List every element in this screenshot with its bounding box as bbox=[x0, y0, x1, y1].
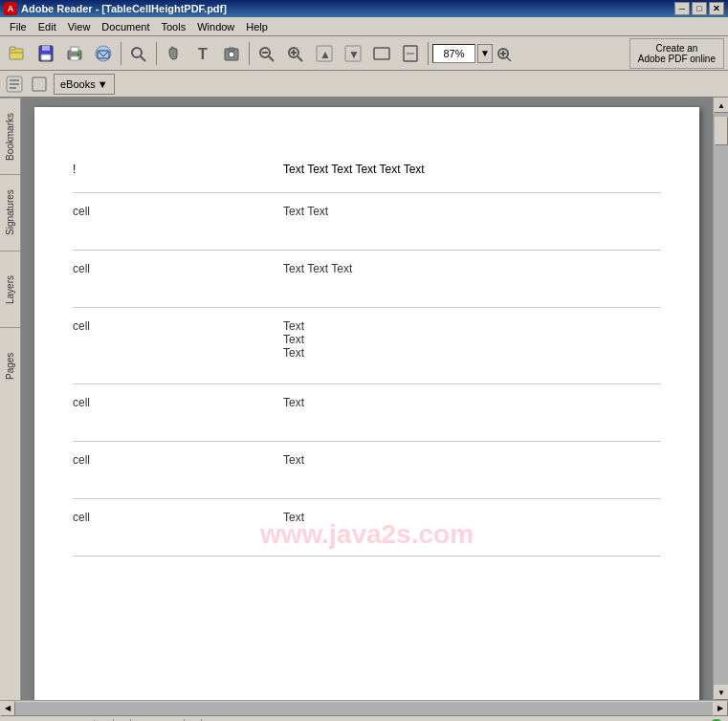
scroll-up-button[interactable]: ▲ bbox=[714, 98, 728, 113]
create-pdf-button[interactable]: Create an Adobe PDF online bbox=[629, 38, 724, 69]
zoom-in-button[interactable] bbox=[282, 40, 309, 67]
cell-right-2: Text Text Text bbox=[264, 258, 661, 275]
email-button[interactable] bbox=[90, 40, 117, 67]
scroll-track[interactable] bbox=[714, 113, 728, 685]
close-button[interactable]: ✕ bbox=[709, 2, 724, 15]
menu-help[interactable]: Help bbox=[240, 19, 274, 34]
horizontal-scrollbar: ◀ ▶ bbox=[0, 700, 728, 715]
svg-rect-37 bbox=[10, 83, 19, 85]
menu-document[interactable]: Document bbox=[96, 19, 155, 34]
svg-rect-6 bbox=[71, 47, 78, 52]
window-title: Adobe Reader - [TableCellHeightPDF.pdf] bbox=[21, 3, 227, 14]
svg-rect-1 bbox=[10, 47, 15, 50]
toolbar2-btn2[interactable] bbox=[29, 74, 50, 95]
maximize-button[interactable]: □ bbox=[692, 2, 707, 15]
next-page-button[interactable]: ▼ bbox=[340, 40, 366, 67]
menu-edit[interactable]: Edit bbox=[33, 19, 62, 34]
snapshot-tool[interactable] bbox=[218, 40, 245, 67]
search-button[interactable] bbox=[125, 40, 152, 67]
toolbar2-btn1[interactable] bbox=[4, 74, 25, 95]
table-row: cell Text bbox=[73, 499, 661, 557]
title-bar: A Adobe Reader - [TableCellHeightPDF.pdf… bbox=[0, 0, 728, 17]
table-row: cell Text bbox=[73, 442, 661, 499]
svg-point-8 bbox=[77, 53, 80, 55]
vertical-scrollbar: ▲ ▼ bbox=[713, 98, 728, 700]
separator4 bbox=[428, 42, 429, 65]
cell-right-1: Text Text bbox=[264, 201, 661, 218]
sidebar-tab-bookmarks[interactable]: Bookmarks bbox=[0, 98, 20, 174]
menu-file[interactable]: File bbox=[4, 19, 33, 34]
svg-rect-39 bbox=[33, 77, 46, 91]
cell-right-6: Text bbox=[264, 507, 661, 524]
table-row: cell Text Text Text bbox=[73, 251, 661, 308]
sidebar-tab-signatures[interactable]: Signatures bbox=[0, 174, 20, 251]
svg-line-34 bbox=[507, 57, 511, 61]
save-button[interactable] bbox=[33, 40, 59, 67]
zoom-plus-button[interactable] bbox=[495, 44, 514, 63]
pdf-page: www.java2s.com ! Text Text Text Text Tex… bbox=[34, 107, 699, 700]
svg-point-15 bbox=[229, 52, 234, 57]
actual-size-button[interactable] bbox=[368, 40, 395, 67]
svg-rect-3 bbox=[42, 46, 50, 51]
svg-rect-0 bbox=[10, 49, 23, 59]
main-toolbar: T ▲ ▼ ▼ Create an Adobe PDF online bbox=[0, 36, 728, 71]
cell-right-3: Text Text Text bbox=[264, 316, 661, 360]
create-pdf-line1: Create an bbox=[655, 43, 697, 54]
minimize-button[interactable]: ─ bbox=[674, 2, 690, 15]
table-row: cell Text Text bbox=[73, 193, 661, 251]
zoom-input[interactable] bbox=[432, 44, 475, 63]
cell-left-6: cell bbox=[73, 507, 264, 524]
menu-view[interactable]: View bbox=[62, 19, 97, 34]
print-button[interactable] bbox=[61, 40, 88, 67]
hscroll-track[interactable] bbox=[15, 702, 713, 715]
secondary-toolbar: eBooks ▼ bbox=[0, 71, 728, 98]
cell-left-4: cell bbox=[73, 392, 264, 409]
zoom-out-button[interactable] bbox=[254, 40, 280, 67]
scroll-down-button[interactable]: ▼ bbox=[714, 685, 728, 700]
sidebar-tabs: Bookmarks Signatures Layers Pages bbox=[0, 98, 21, 700]
table-row: cell Text bbox=[73, 384, 661, 442]
cell-left-5: cell bbox=[73, 449, 264, 467]
prev-page-button[interactable]: ▲ bbox=[311, 40, 338, 67]
svg-rect-36 bbox=[10, 79, 19, 81]
svg-rect-4 bbox=[41, 55, 51, 60]
menu-window[interactable]: Window bbox=[191, 19, 240, 34]
pdf-table: ! Text Text Text Text Text Text cell Tex… bbox=[73, 145, 661, 557]
main-area: Bookmarks Signatures Layers Pages www.ja… bbox=[0, 98, 728, 700]
header-cell-right: Text Text Text Text Text Text bbox=[264, 163, 661, 176]
fit-page-button[interactable] bbox=[397, 40, 424, 67]
create-pdf-line2: Adobe PDF online bbox=[638, 54, 716, 64]
zoom-dropdown-btn[interactable]: ▼ bbox=[477, 44, 493, 63]
hand-tool[interactable] bbox=[161, 40, 188, 67]
scroll-left-button[interactable]: ◀ bbox=[0, 701, 15, 716]
pdf-scroll-area[interactable]: www.java2s.com ! Text Text Text Text Tex… bbox=[21, 98, 713, 700]
svg-rect-16 bbox=[229, 48, 234, 51]
table-row: cell Text Text Text bbox=[73, 308, 661, 384]
svg-rect-7 bbox=[71, 56, 78, 60]
scroll-thumb[interactable] bbox=[715, 117, 728, 145]
svg-rect-28 bbox=[374, 48, 389, 59]
sidebar-tab-pages[interactable]: Pages bbox=[0, 327, 20, 404]
menu-tools[interactable]: Tools bbox=[156, 19, 192, 34]
svg-line-23 bbox=[298, 56, 302, 61]
svg-text:T: T bbox=[198, 46, 208, 62]
separator2 bbox=[156, 42, 157, 65]
ebooks-label: eBooks bbox=[60, 78, 96, 90]
separator1 bbox=[121, 42, 121, 65]
sidebar-tab-layers[interactable]: Layers bbox=[0, 251, 20, 327]
svg-line-12 bbox=[141, 56, 145, 61]
table-header-row: ! Text Text Text Text Text Text bbox=[73, 145, 661, 193]
zoom-area: ▼ bbox=[432, 44, 514, 63]
svg-text:▼: ▼ bbox=[348, 48, 360, 61]
menu-bar: File Edit View Document Tools Window Hel… bbox=[0, 17, 728, 36]
ebooks-dropdown-icon: ▼ bbox=[98, 78, 108, 90]
ebooks-button[interactable]: eBooks ▼ bbox=[54, 74, 115, 95]
cell-left-1: cell bbox=[73, 201, 264, 218]
svg-text:▲: ▲ bbox=[320, 48, 331, 61]
scroll-right-button[interactable]: ▶ bbox=[713, 701, 728, 716]
app-icon: A bbox=[4, 2, 17, 15]
open-button[interactable] bbox=[4, 40, 31, 67]
cell-left-3: cell bbox=[73, 316, 264, 333]
text-select-tool[interactable]: T bbox=[189, 40, 216, 67]
cell-right-4: Text bbox=[264, 392, 661, 409]
